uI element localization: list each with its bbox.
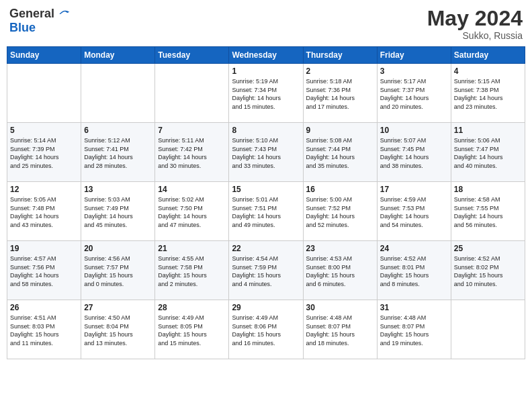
logo-text: General (9, 7, 71, 21)
day-info: Sunrise: 5:06 AM Sunset: 7:47 PM Dayligh… (454, 136, 522, 170)
day-info: Sunrise: 5:07 AM Sunset: 7:45 PM Dayligh… (380, 136, 448, 170)
day-info: Sunrise: 5:15 AM Sunset: 7:38 PM Dayligh… (454, 77, 522, 111)
location-subtitle: Sukko, Russia (427, 30, 523, 41)
calendar-cell: 19Sunrise: 4:57 AM Sunset: 7:56 PM Dayli… (7, 241, 81, 300)
header-sunday: Sunday (7, 47, 81, 64)
day-number: 2 (306, 66, 374, 76)
calendar-cell: 28Sunrise: 4:49 AM Sunset: 8:05 PM Dayli… (155, 300, 229, 359)
calendar-cell: 11Sunrise: 5:06 AM Sunset: 7:47 PM Dayli… (451, 123, 525, 182)
calendar-header-row: Sunday Monday Tuesday Wednesday Thursday… (7, 47, 525, 64)
day-info: Sunrise: 5:19 AM Sunset: 7:34 PM Dayligh… (232, 77, 300, 111)
day-number: 17 (380, 185, 448, 194)
calendar-cell (81, 64, 155, 123)
header-thursday: Thursday (303, 47, 377, 64)
day-number: 20 (84, 244, 152, 253)
day-info: Sunrise: 4:48 AM Sunset: 8:07 PM Dayligh… (306, 314, 374, 347)
calendar-cell: 14Sunrise: 5:02 AM Sunset: 7:50 PM Dayli… (155, 182, 229, 241)
day-number: 1 (232, 66, 300, 76)
calendar-cell: 30Sunrise: 4:48 AM Sunset: 8:07 PM Dayli… (303, 300, 377, 359)
day-info: Sunrise: 5:11 AM Sunset: 7:42 PM Dayligh… (158, 136, 226, 170)
month-year-title: May 2024 (427, 7, 523, 30)
calendar-cell: 7Sunrise: 5:11 AM Sunset: 7:42 PM Daylig… (155, 123, 229, 182)
calendar-cell: 22Sunrise: 4:54 AM Sunset: 7:59 PM Dayli… (229, 241, 303, 300)
day-info: Sunrise: 4:52 AM Sunset: 8:02 PM Dayligh… (454, 255, 522, 288)
header-friday: Friday (377, 47, 451, 64)
calendar-cell: 6Sunrise: 5:12 AM Sunset: 7:41 PM Daylig… (81, 123, 155, 182)
day-number: 26 (10, 303, 78, 312)
day-number: 7 (158, 126, 226, 135)
calendar-cell: 24Sunrise: 4:52 AM Sunset: 8:01 PM Dayli… (377, 241, 451, 300)
day-info: Sunrise: 4:49 AM Sunset: 8:06 PM Dayligh… (232, 314, 300, 347)
day-number: 21 (158, 244, 226, 253)
day-info: Sunrise: 4:58 AM Sunset: 7:55 PM Dayligh… (454, 195, 522, 229)
calendar-cell: 10Sunrise: 5:07 AM Sunset: 7:45 PM Dayli… (377, 123, 451, 182)
calendar-cell: 15Sunrise: 5:01 AM Sunset: 7:51 PM Dayli… (229, 182, 303, 241)
calendar-cell: 18Sunrise: 4:58 AM Sunset: 7:55 PM Dayli… (451, 182, 525, 241)
day-number: 29 (232, 303, 300, 312)
week-row-2: 5Sunrise: 5:14 AM Sunset: 7:39 PM Daylig… (7, 123, 525, 182)
day-number: 10 (380, 126, 448, 135)
day-info: Sunrise: 4:51 AM Sunset: 8:03 PM Dayligh… (10, 314, 78, 347)
header-monday: Monday (81, 47, 155, 64)
calendar-cell (155, 64, 229, 123)
week-row-1: 1Sunrise: 5:19 AM Sunset: 7:34 PM Daylig… (7, 64, 525, 123)
day-number: 22 (232, 244, 300, 253)
day-number: 19 (10, 244, 78, 253)
day-info: Sunrise: 5:17 AM Sunset: 7:37 PM Dayligh… (380, 77, 448, 111)
day-number: 24 (380, 244, 448, 253)
day-number: 3 (380, 66, 448, 76)
day-info: Sunrise: 5:01 AM Sunset: 7:51 PM Dayligh… (232, 195, 300, 229)
calendar-cell: 2Sunrise: 5:18 AM Sunset: 7:36 PM Daylig… (303, 64, 377, 123)
day-number: 8 (232, 126, 300, 135)
day-info: Sunrise: 5:18 AM Sunset: 7:36 PM Dayligh… (306, 77, 374, 111)
day-number: 6 (84, 126, 152, 135)
day-number: 9 (306, 126, 374, 135)
day-number: 14 (158, 185, 226, 194)
calendar-cell: 29Sunrise: 4:49 AM Sunset: 8:06 PM Dayli… (229, 300, 303, 359)
calendar-cell: 5Sunrise: 5:14 AM Sunset: 7:39 PM Daylig… (7, 123, 81, 182)
header: General Blue May 2024 Sukko, Russia (7, 7, 525, 41)
day-number: 4 (454, 66, 522, 76)
day-info: Sunrise: 4:53 AM Sunset: 8:00 PM Dayligh… (306, 255, 374, 288)
header-wednesday: Wednesday (229, 47, 303, 64)
calendar-cell: 21Sunrise: 4:55 AM Sunset: 7:58 PM Dayli… (155, 241, 229, 300)
calendar-cell: 16Sunrise: 5:00 AM Sunset: 7:52 PM Dayli… (303, 182, 377, 241)
week-row-5: 26Sunrise: 4:51 AM Sunset: 8:03 PM Dayli… (7, 300, 525, 359)
header-saturday: Saturday (451, 47, 525, 64)
day-number: 30 (306, 303, 374, 312)
calendar-cell: 8Sunrise: 5:10 AM Sunset: 7:43 PM Daylig… (229, 123, 303, 182)
day-info: Sunrise: 4:48 AM Sunset: 8:07 PM Dayligh… (380, 314, 448, 347)
calendar-table: Sunday Monday Tuesday Wednesday Thursday… (7, 46, 525, 359)
logo-general: General (9, 7, 54, 21)
day-number: 5 (10, 126, 78, 135)
calendar-cell: 20Sunrise: 4:56 AM Sunset: 7:57 PM Dayli… (81, 241, 155, 300)
day-number: 16 (306, 185, 374, 194)
week-row-4: 19Sunrise: 4:57 AM Sunset: 7:56 PM Dayli… (7, 241, 525, 300)
day-number: 28 (158, 303, 226, 312)
title-section: May 2024 Sukko, Russia (427, 7, 523, 41)
calendar-cell: 27Sunrise: 4:50 AM Sunset: 8:04 PM Dayli… (81, 300, 155, 359)
day-info: Sunrise: 5:14 AM Sunset: 7:39 PM Dayligh… (10, 136, 78, 170)
logo-icon (57, 7, 71, 21)
calendar-cell: 3Sunrise: 5:17 AM Sunset: 7:37 PM Daylig… (377, 64, 451, 123)
day-info: Sunrise: 4:54 AM Sunset: 7:59 PM Dayligh… (232, 255, 300, 288)
week-row-3: 12Sunrise: 5:05 AM Sunset: 7:48 PM Dayli… (7, 182, 525, 241)
day-number: 23 (306, 244, 374, 253)
page: General Blue May 2024 Sukko, Russia Sund… (0, 0, 532, 411)
day-info: Sunrise: 5:03 AM Sunset: 7:49 PM Dayligh… (84, 195, 152, 229)
day-number: 15 (232, 185, 300, 194)
day-number: 11 (454, 126, 522, 135)
day-info: Sunrise: 4:49 AM Sunset: 8:05 PM Dayligh… (158, 314, 226, 347)
calendar-cell (7, 64, 81, 123)
day-number: 25 (454, 244, 522, 253)
calendar-cell (451, 300, 525, 359)
day-info: Sunrise: 4:50 AM Sunset: 8:04 PM Dayligh… (84, 314, 152, 347)
day-info: Sunrise: 5:08 AM Sunset: 7:44 PM Dayligh… (306, 136, 374, 170)
calendar-cell: 17Sunrise: 4:59 AM Sunset: 7:53 PM Dayli… (377, 182, 451, 241)
day-info: Sunrise: 4:52 AM Sunset: 8:01 PM Dayligh… (380, 255, 448, 288)
logo-blue: Blue (9, 21, 36, 35)
header-tuesday: Tuesday (155, 47, 229, 64)
day-info: Sunrise: 5:12 AM Sunset: 7:41 PM Dayligh… (84, 136, 152, 170)
calendar-cell: 23Sunrise: 4:53 AM Sunset: 8:00 PM Dayli… (303, 241, 377, 300)
day-info: Sunrise: 4:56 AM Sunset: 7:57 PM Dayligh… (84, 255, 152, 288)
